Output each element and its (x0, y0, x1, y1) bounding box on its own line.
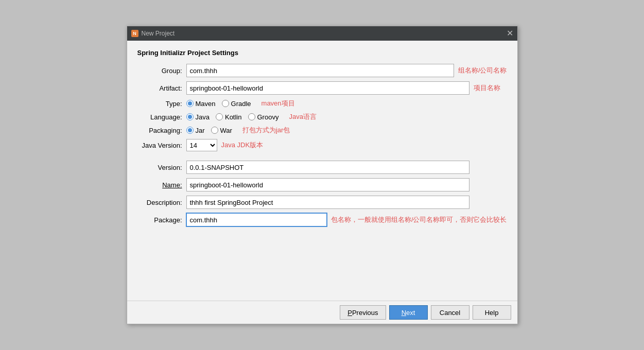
language-java-label: Java (196, 113, 210, 121)
next-label: Next (402, 309, 415, 317)
artifact-row: Artifact: 项目名称 (137, 81, 507, 95)
java-version-annotation: Java JDK版本 (221, 141, 264, 150)
dialog-footer: PPrevious Next Cancel Help (127, 301, 517, 324)
name-input[interactable] (186, 178, 469, 191)
packaging-radio-group: Jar War 打包方式为jar包 (186, 126, 290, 135)
artifact-annotation: 项目名称 (474, 83, 500, 93)
packaging-jar-radio[interactable] (186, 127, 194, 134)
packaging-war-label: War (220, 127, 232, 134)
language-radio-group: Java Kotlin Groovy Java语言 (186, 112, 317, 121)
dialog-title: New Project (142, 30, 175, 37)
packaging-war-radio[interactable] (211, 127, 218, 134)
packaging-label: Packaging: (137, 127, 186, 134)
previous-button[interactable]: PPrevious (340, 305, 386, 320)
language-java-radio[interactable] (186, 113, 194, 120)
version-label: Version: (137, 164, 186, 171)
cancel-label: Cancel (440, 309, 460, 317)
packaging-row: Packaging: Jar War 打包方式为jar包 (137, 126, 507, 135)
type-label: Type: (137, 100, 186, 108)
dialog-content: Spring Initializr Project Settings Group… (127, 41, 517, 301)
type-maven-option[interactable]: Maven (186, 100, 216, 108)
close-button[interactable]: ✕ (507, 29, 513, 38)
language-kotlin-radio[interactable] (216, 113, 223, 120)
language-java-option[interactable]: Java (186, 113, 210, 121)
language-groovy-radio[interactable] (248, 113, 255, 120)
version-input[interactable] (186, 161, 469, 174)
type-maven-label: Maven (196, 100, 216, 108)
packaging-jar-label: Jar (196, 127, 205, 134)
language-label: Language: (137, 113, 186, 121)
packaging-war-option[interactable]: War (211, 127, 232, 134)
artifact-input[interactable] (186, 81, 469, 95)
group-input[interactable] (186, 64, 454, 77)
help-button[interactable]: Help (473, 305, 511, 320)
dialog-icon: N (131, 30, 138, 37)
packaging-jar-option[interactable]: Jar (186, 127, 205, 134)
type-gradle-option[interactable]: Gradle (222, 100, 251, 108)
group-row: Group: 组名称/公司名称 (137, 64, 507, 77)
language-groovy-label: Groovy (257, 113, 279, 121)
language-kotlin-option[interactable]: Kotlin (216, 113, 242, 121)
type-gradle-label: Gradle (231, 100, 251, 108)
language-groovy-option[interactable]: Groovy (248, 113, 279, 121)
packaging-annotation: 打包方式为jar包 (242, 126, 290, 135)
type-maven-radio[interactable] (186, 100, 194, 107)
package-input[interactable] (186, 213, 327, 226)
type-radio-group: Maven Gradle maven项目 (186, 99, 295, 108)
group-annotation: 组名称/公司名称 (458, 66, 507, 75)
java-version-select[interactable]: 8 11 14 17 (186, 139, 217, 151)
package-label: Package: (137, 216, 186, 224)
package-annotation: 包名称，一般就使用组名称/公司名称即可，否则它会比较长 (331, 215, 507, 224)
description-row: Description: (137, 196, 507, 209)
group-label: Group: (137, 67, 186, 75)
java-version-label: Java Version: (137, 142, 186, 149)
java-version-row: Java Version: 8 11 14 17 Java JDK版本 (137, 139, 507, 151)
cancel-button[interactable]: Cancel (431, 305, 469, 320)
section-title: Spring Initializr Project Settings (137, 49, 507, 57)
title-bar: N New Project ✕ (127, 26, 517, 41)
type-gradle-radio[interactable] (222, 100, 229, 107)
name-label: Name: (137, 181, 186, 189)
new-project-dialog: N New Project ✕ Spring Initializr Projec… (127, 26, 518, 324)
help-label: Help (485, 309, 499, 317)
name-row: Name: (137, 178, 507, 191)
version-row: Version: (137, 161, 507, 174)
package-row: Package: 包名称，一般就使用组名称/公司名称即可，否则它会比较长 (137, 213, 507, 226)
type-row: Type: Maven Gradle maven项目 (137, 99, 507, 108)
language-kotlin-label: Kotlin (225, 113, 242, 121)
language-row: Language: Java Kotlin Groovy Java语言 (137, 112, 507, 121)
type-annotation: maven项目 (262, 99, 295, 108)
artifact-label: Artifact: (137, 84, 186, 92)
previous-label: PPrevious (347, 309, 378, 317)
title-bar-left: N New Project (131, 30, 175, 37)
description-label: Description: (137, 199, 186, 206)
description-input[interactable] (186, 196, 469, 209)
language-annotation: Java语言 (289, 112, 316, 121)
next-button[interactable]: Next (389, 305, 428, 320)
